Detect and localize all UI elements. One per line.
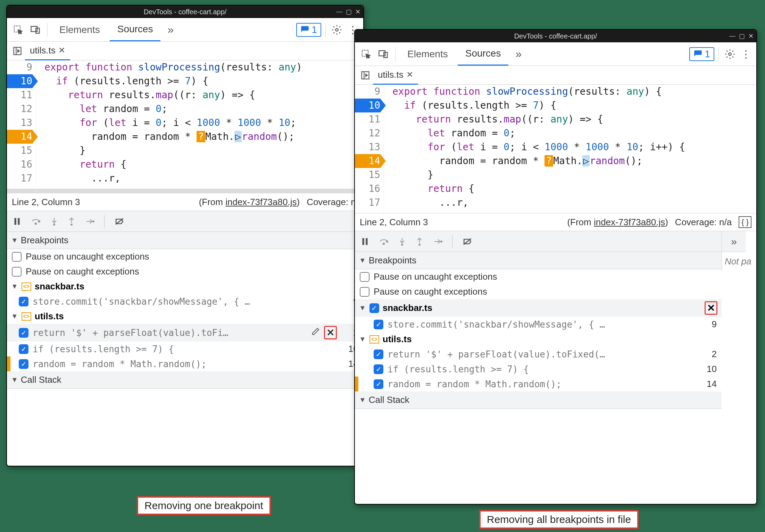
close-icon[interactable]: ✕ — [406, 70, 413, 79]
navigator-toggle-icon[interactable] — [358, 70, 373, 80]
checkbox[interactable] — [374, 364, 383, 374]
chevron-down-icon: ▼ — [359, 335, 366, 343]
remove-file-breakpoints-icon[interactable]: ✕ — [705, 301, 717, 315]
window-minimize-icon[interactable]: — — [729, 32, 735, 40]
issues-button[interactable]: 1 — [296, 23, 321, 37]
coverage-label: Coverage: n/ — [307, 197, 358, 208]
edit-icon[interactable] — [311, 327, 320, 338]
inspect-icon[interactable] — [10, 22, 26, 37]
breakpoint-group-utils[interactable]: ▼ <> utils.ts — [7, 309, 363, 324]
settings-gear-icon[interactable] — [330, 25, 344, 35]
callstack-section-header[interactable]: ▼ Call Stack — [7, 371, 363, 389]
sourcemap-link[interactable]: index-73f73a80.js — [225, 197, 297, 207]
svg-point-28 — [383, 243, 384, 244]
devtools-toolbar: Elements Sources » 1 ⋮ — [355, 42, 756, 66]
ts-file-icon: <> — [22, 312, 31, 321]
debugger-toolbar — [355, 231, 722, 252]
svg-point-16 — [93, 221, 94, 222]
sourcemap-from: (From index-73f73a80.js) — [567, 217, 668, 228]
ts-file-icon: <> — [369, 335, 379, 344]
checkbox[interactable] — [19, 344, 28, 354]
breakpoint-group-utils[interactable]: ▼ <> utils.ts — [355, 332, 722, 347]
pause-uncaught-row: Pause on uncaught exceptions — [7, 249, 363, 264]
tabs-overflow-icon[interactable]: » — [163, 23, 178, 36]
step-icon[interactable] — [85, 217, 95, 226]
step-icon[interactable] — [433, 237, 443, 246]
horizontal-scrollbar[interactable] — [7, 189, 363, 193]
window-maximize-icon[interactable]: ▢ — [346, 8, 352, 16]
window-titlebar: DevTools - coffee-cart.app/ — ▢ ✕ — [7, 6, 363, 18]
step-into-icon[interactable] — [50, 216, 58, 227]
remove-breakpoint-icon[interactable]: ✕ — [324, 326, 337, 339]
window-minimize-icon[interactable]: — — [336, 8, 342, 16]
coverage-label: Coverage: n/a — [675, 217, 732, 228]
checkbox[interactable] — [19, 297, 28, 306]
chevron-down-icon: ▼ — [11, 282, 18, 290]
tabs-overflow-icon[interactable]: » — [510, 48, 526, 60]
callstack-section-header[interactable]: ▼ Call Stack — [355, 391, 722, 409]
checkbox[interactable] — [360, 272, 369, 282]
status-bar: Line 2, Column 3 (From index-73f73a80.js… — [355, 213, 756, 231]
checkbox[interactable] — [19, 359, 28, 369]
svg-rect-7 — [14, 218, 16, 225]
svg-point-32 — [419, 244, 420, 245]
deactivate-breakpoints-icon[interactable] — [114, 217, 125, 226]
tab-elements[interactable]: Elements — [52, 19, 108, 41]
step-into-icon[interactable] — [398, 236, 406, 247]
chevron-down-icon: ▼ — [11, 376, 18, 384]
code-editor[interactable]: 9 10 11 12 13 14 15 16 17 export functio… — [7, 60, 363, 189]
close-icon[interactable]: ✕ — [58, 45, 65, 55]
window-close-icon[interactable]: ✕ — [355, 8, 360, 16]
svg-marker-24 — [366, 74, 367, 76]
step-over-icon[interactable] — [31, 217, 41, 226]
checkbox[interactable] — [360, 287, 369, 297]
svg-point-27 — [386, 240, 388, 242]
checkbox[interactable] — [369, 303, 379, 313]
ts-file-icon: <> — [22, 282, 31, 291]
pause-icon[interactable] — [13, 217, 22, 226]
svg-point-21 — [729, 53, 731, 56]
file-tab-utils[interactable]: utils.ts ✕ — [25, 42, 70, 60]
svg-point-9 — [39, 220, 40, 222]
chevron-down-icon: ▼ — [11, 312, 18, 320]
checkbox[interactable] — [12, 252, 22, 262]
svg-point-34 — [441, 241, 442, 242]
pretty-print-icon[interactable]: { } — [739, 216, 751, 228]
tab-sources[interactable]: Sources — [110, 18, 161, 41]
pause-icon[interactable] — [360, 237, 369, 246]
checkbox[interactable] — [12, 267, 22, 277]
file-tab-utils[interactable]: utils.ts ✕ — [373, 66, 418, 85]
devtools-toolbar: Elements Sources » 1 ⋮ — [7, 18, 363, 42]
device-toggle-icon[interactable] — [376, 47, 391, 62]
issues-button[interactable]: 1 — [689, 47, 714, 61]
step-over-icon[interactable] — [379, 237, 389, 246]
settings-gear-icon[interactable] — [723, 49, 737, 59]
checkbox[interactable] — [374, 320, 383, 329]
svg-point-14 — [71, 224, 72, 225]
navigator-toggle-icon[interactable] — [10, 46, 25, 56]
caption-right: Removing all breakpoints in file — [479, 510, 639, 529]
window-titlebar: DevTools - coffee-cart.app/ — ▢ ✕ — [355, 30, 756, 42]
checkbox[interactable] — [374, 349, 383, 359]
tab-elements[interactable]: Elements — [400, 43, 456, 65]
tab-sources[interactable]: Sources — [458, 42, 509, 66]
step-out-icon[interactable] — [67, 216, 76, 227]
kebab-menu-icon[interactable]: ⋮ — [739, 48, 753, 60]
breakpoints-section-header[interactable]: ▼ Breakpoints — [355, 252, 722, 269]
window-close-icon[interactable]: ✕ — [748, 32, 754, 40]
breakpoint-group-snackbar[interactable]: ▼ <> snackbar.ts — [7, 279, 363, 294]
checkbox[interactable] — [374, 379, 383, 389]
step-out-icon[interactable] — [415, 236, 424, 247]
inspect-icon[interactable] — [358, 47, 374, 62]
device-toggle-icon[interactable] — [28, 22, 43, 37]
sourcemap-link[interactable]: index-73f73a80.js — [594, 217, 665, 227]
svg-rect-26 — [366, 238, 367, 245]
sidebar-overflow-icon[interactable]: » — [722, 231, 746, 252]
breakpoint-group-snackbar[interactable]: ▼ snackbar.ts ✕ — [355, 299, 722, 317]
window-maximize-icon[interactable]: ▢ — [739, 32, 745, 40]
chevron-down-icon: ▼ — [359, 256, 366, 264]
checkbox[interactable] — [19, 328, 28, 338]
code-editor[interactable]: 9 10 11 12 13 14 15 16 17 export functio… — [355, 85, 756, 213]
deactivate-breakpoints-icon[interactable] — [462, 237, 473, 246]
breakpoints-section-header[interactable]: ▼ Breakpoints — [7, 232, 363, 249]
